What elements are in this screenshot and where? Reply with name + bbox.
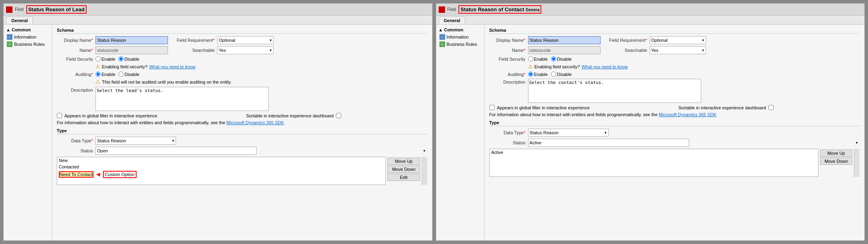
- label-name-contact: Name*: [489, 48, 526, 53]
- select-data-type-lead[interactable]: Status Reason: [95, 137, 176, 145]
- title-bar-lead: Field Status Reason of Lead: [4, 4, 432, 16]
- radio-enable-security-contact[interactable]: Enable: [528, 56, 548, 62]
- select-wrapper-data-type-lead: Status Reason: [95, 137, 176, 145]
- move-up-button-contact[interactable]: Move Up: [820, 150, 852, 157]
- sdk-row-lead: For information about how to interact wi…: [57, 120, 427, 125]
- tab-general-contact[interactable]: General: [439, 16, 466, 24]
- sidebar-item-rules-lead[interactable]: ≡ Business Rules: [4, 41, 52, 48]
- panel-title-contact: Status Reason of Contact Genera: [458, 5, 541, 14]
- panel-body-contact: ▲ Common i Information ≡ Business Rules …: [436, 25, 865, 240]
- label-data-type-lead: Data Type*: [57, 138, 93, 143]
- row-name-contact: Name* Searchable Yes: [489, 46, 860, 54]
- col-global-filter-contact: Appears in global filter in interactive …: [489, 105, 671, 110]
- warn-icon-security-lead: ⚠: [95, 64, 100, 70]
- select-field-req-lead[interactable]: Optional: [217, 36, 273, 44]
- type-section-contact: Type: [489, 120, 860, 126]
- sidebar-label-information-contact: Information: [447, 35, 469, 39]
- select-wrapper-status-lead: Open: [95, 147, 427, 155]
- sdk-link-contact[interactable]: Microsoft Dynamics 365 SDK: [659, 112, 717, 117]
- select-data-type-contact[interactable]: Status Reason: [528, 129, 609, 137]
- row-description-contact: Description Select the contact's status.: [489, 79, 860, 103]
- row-display-name-contact: Display Name* Field Requirement* Optiona…: [489, 36, 860, 44]
- radio-field-security-contact: Enable Disable: [528, 56, 572, 62]
- label-data-type-contact: Data Type*: [489, 130, 526, 135]
- sdk-link-lead[interactable]: Microsoft Dynamics 365 SDK: [226, 120, 284, 125]
- sdk-row-contact: For information about how to interact wi…: [489, 112, 860, 117]
- field-label-lead: Field: [15, 7, 24, 12]
- label-display-name-contact: Display Name*: [489, 38, 526, 43]
- textarea-description-lead[interactable]: Select the lead's status.: [95, 87, 269, 111]
- input-name-contact: [528, 46, 601, 54]
- radio-enable-auditing-contact[interactable]: Enable: [528, 72, 548, 77]
- schema-section-lead: Schema: [57, 28, 427, 34]
- radio-disable-auditing-contact[interactable]: Disable: [551, 72, 572, 77]
- tab-general-lead[interactable]: General: [6, 16, 33, 24]
- warn-icon-security-contact: ⚠: [528, 64, 533, 70]
- input-display-name-lead[interactable]: [95, 36, 168, 44]
- status-list-contact: Active: [489, 149, 818, 177]
- warn-row-security-lead: ⚠ Enabling field security? What you need…: [57, 64, 427, 70]
- status-list-container-contact: Active Move Up Move Down: [489, 149, 860, 177]
- status-item-contacted-lead[interactable]: Contacted: [57, 164, 385, 170]
- label-field-security-contact: Field Security: [489, 57, 526, 62]
- label-searchable-lead: Searchable: [170, 48, 215, 53]
- select-status-contact[interactable]: Active: [528, 139, 689, 147]
- field-label-contact: Field: [447, 7, 456, 12]
- col-sortable-lead: Sortable in interactive experience dashb…: [246, 113, 427, 118]
- label-global-filter-contact: Appears in global filter in interactive …: [497, 105, 590, 110]
- sidebar-item-information-lead[interactable]: i Information: [4, 33, 52, 41]
- panel-body-lead: ▲ Common i Information ≡ Business Rules …: [4, 25, 432, 240]
- row-description-lead: Description Select the lead's status.: [57, 87, 427, 111]
- select-status-lead[interactable]: Open: [95, 147, 257, 155]
- sidebar-label-rules-contact: Business Rules: [447, 42, 477, 47]
- label-status-contact: Status: [489, 140, 526, 145]
- status-item-new-lead[interactable]: New: [57, 157, 385, 164]
- schema-section-contact: Schema: [489, 28, 860, 34]
- label-searchable-contact: Searchable: [603, 48, 647, 53]
- radio-disable-auditing-lead[interactable]: Disable: [118, 72, 139, 77]
- select-searchable-lead[interactable]: Yes: [217, 46, 273, 54]
- radio-auditing-contact: Enable Disable: [528, 72, 572, 77]
- row-auditing-contact: Auditing* Enable Disable: [489, 72, 860, 77]
- row-data-type-lead: Data Type* Status Reason: [57, 137, 427, 145]
- sidebar-label-rules-lead: Business Rules: [14, 42, 45, 47]
- sidebar-contact: ▲ Common i Information ≡ Business Rules: [436, 25, 485, 240]
- warn-text-security-contact: Enabling field security?: [534, 64, 580, 69]
- status-list-lead: New Contacted Need To Contact ◄ Custom O…: [57, 157, 386, 185]
- rules-icon-contact: ≡: [439, 41, 445, 47]
- input-display-name-contact[interactable]: [528, 36, 601, 44]
- checkbox-sortable-lead[interactable]: [336, 113, 341, 118]
- sidebar-item-information-contact[interactable]: i Information: [436, 33, 484, 41]
- sidebar-label-information-lead: Information: [14, 35, 36, 39]
- sidebar-item-rules-contact[interactable]: ≡ Business Rules: [436, 41, 484, 48]
- status-item-need-to-contact-lead[interactable]: Need To Contact: [59, 171, 93, 178]
- warn-link-security-lead[interactable]: What you need to know: [149, 64, 195, 69]
- select-searchable-contact[interactable]: Yes: [650, 46, 706, 54]
- move-down-button-contact[interactable]: Move Down: [820, 158, 852, 165]
- move-up-button-lead[interactable]: Move Up: [387, 158, 420, 165]
- select-field-req-contact[interactable]: Optional: [650, 36, 706, 44]
- warn-icon-auditing-lead: ⚠: [95, 79, 100, 85]
- sidebar-section-lead: ▲ Common: [4, 26, 52, 33]
- label-display-name-lead: Display Name*: [57, 38, 93, 43]
- field-icon-lead: [6, 6, 12, 13]
- checkbox-global-filter-contact[interactable]: [489, 105, 495, 110]
- radio-disable-security-lead[interactable]: Disable: [118, 56, 139, 62]
- checkbox-global-filter-lead[interactable]: [57, 113, 62, 118]
- checkbox-sortable-contact[interactable]: [769, 105, 774, 110]
- move-down-button-lead[interactable]: Move Down: [387, 166, 420, 173]
- radio-disable-security-contact[interactable]: Disable: [551, 56, 572, 62]
- edit-button-lead[interactable]: Edit: [387, 174, 420, 181]
- label-global-filter-lead: Appears in global filter in interactive …: [64, 113, 157, 118]
- sidebar-section-contact: ▲ Common: [436, 26, 484, 33]
- radio-enable-security-lead[interactable]: Enable: [95, 56, 115, 62]
- select-wrapper-searchable-lead: Yes: [217, 46, 273, 54]
- status-item-active-contact[interactable]: Active: [490, 149, 818, 156]
- radio-enable-auditing-lead[interactable]: Enable: [95, 72, 115, 77]
- textarea-description-contact[interactable]: Select the contact's status.: [528, 79, 701, 103]
- row-field-security-contact: Field Security Enable Disable: [489, 56, 860, 62]
- warn-link-security-contact[interactable]: What you need to know: [582, 64, 628, 69]
- arrow-icon-lead: ◄: [95, 171, 102, 178]
- row-status-contact: Status Active: [489, 139, 860, 147]
- custom-option-lead[interactable]: Custom Option: [103, 171, 137, 178]
